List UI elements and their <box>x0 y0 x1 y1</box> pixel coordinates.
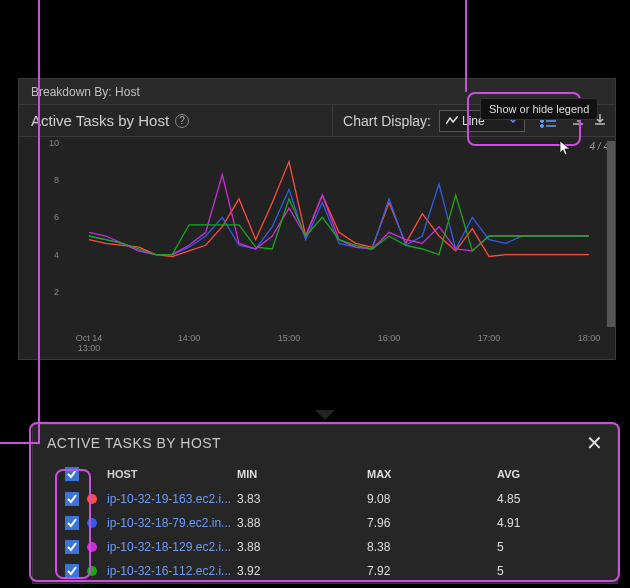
close-icon[interactable]: ✕ <box>586 431 603 455</box>
min-value: 3.83 <box>237 492 367 506</box>
svg-point-4 <box>541 124 544 127</box>
row-checkbox[interactable] <box>65 492 79 506</box>
avg-value: 4.91 <box>497 516 587 530</box>
chart-series-line <box>89 184 589 255</box>
host-link[interactable]: ip-10-32-18-79.ec2.in... <box>107 516 237 530</box>
series-color-dot <box>87 566 97 576</box>
y-tick: 6 <box>54 212 59 222</box>
legend-title: ACTIVE TASKS BY HOST <box>47 435 221 451</box>
series-color-dot <box>87 494 97 504</box>
row-checkbox[interactable] <box>65 564 79 578</box>
max-value: 9.08 <box>367 492 497 506</box>
help-icon[interactable]: ? <box>175 114 189 128</box>
avg-value: 5 <box>497 540 587 554</box>
min-value: 3.88 <box>237 516 367 530</box>
x-tick: 16:00 <box>378 333 401 343</box>
y-tick: 2 <box>54 287 59 297</box>
host-link[interactable]: ip-10-32-18-129.ec2.i... <box>107 540 237 554</box>
max-value: 8.38 <box>367 540 497 554</box>
min-value: 3.92 <box>237 564 367 578</box>
max-value: 7.92 <box>367 564 497 578</box>
line-chart <box>69 143 615 329</box>
host-link[interactable]: ip-10-32-16-112.ec2.i... <box>107 564 237 578</box>
avg-value: 5 <box>497 564 587 578</box>
table-row[interactable]: ip-10-32-18-129.ec2.i...3.888.385 <box>33 535 617 559</box>
chart-display-label: Chart Display: <box>343 113 431 129</box>
y-tick: 8 <box>54 175 59 185</box>
y-tick: 10 <box>49 138 59 148</box>
cursor-icon <box>559 140 573 159</box>
col-host: HOST <box>107 468 237 480</box>
x-tick: 14:00 <box>178 333 201 343</box>
y-tick: 4 <box>54 250 59 260</box>
series-color-dot <box>87 542 97 552</box>
table-row[interactable]: ip-10-32-16-112.ec2.i...3.927.925 <box>33 559 617 583</box>
x-tick: 17:00 <box>478 333 501 343</box>
x-tick: Oct 14 13:00 <box>76 333 103 353</box>
chart-area[interactable]: 4 / 4 108642 Oct 14 13:0014:0015:0016:00… <box>19 137 615 359</box>
x-tick: 18:00 <box>578 333 601 343</box>
col-min: MIN <box>237 468 367 480</box>
col-max: MAX <box>367 468 497 480</box>
legend-tooltip: Show or hide legend <box>480 98 598 120</box>
table-row[interactable]: ip-10-32-19-163.ec2.i...3.839.084.85 <box>33 487 617 511</box>
breakdown-label: Breakdown By: Host <box>31 85 140 99</box>
chart-title: Active Tasks by Host <box>31 112 169 129</box>
series-color-dot <box>87 518 97 528</box>
select-all-checkbox[interactable] <box>65 467 79 481</box>
col-avg: AVG <box>497 468 587 480</box>
row-checkbox[interactable] <box>65 516 79 530</box>
chart-series-line <box>89 195 589 255</box>
min-value: 3.88 <box>237 540 367 554</box>
host-link[interactable]: ip-10-32-19-163.ec2.i... <box>107 492 237 506</box>
max-value: 7.96 <box>367 516 497 530</box>
avg-value: 4.85 <box>497 492 587 506</box>
chart-panel: Breakdown By: Host Active Tasks by Host … <box>18 78 616 360</box>
row-checkbox[interactable] <box>65 540 79 554</box>
x-tick: 15:00 <box>278 333 301 343</box>
legend-panel: ACTIVE TASKS BY HOST ✕ HOSTMINMAXAVGip-1… <box>32 424 618 584</box>
table-row[interactable]: ip-10-32-18-79.ec2.in...3.887.964.91 <box>33 511 617 535</box>
